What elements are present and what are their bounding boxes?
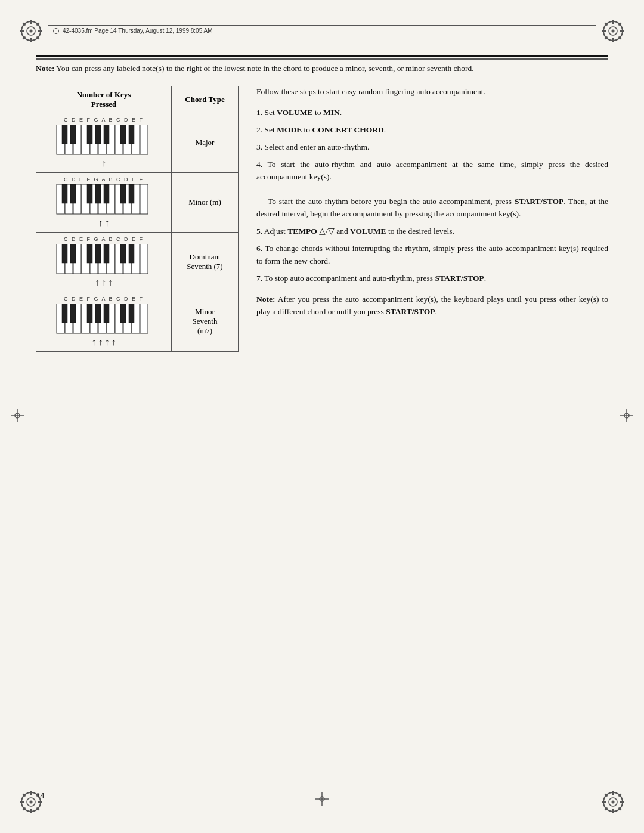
- right-column: Follow these steps to start easy random …: [256, 86, 608, 352]
- final-note-bold-prefix: Note:: [256, 295, 275, 304]
- svg-rect-119: [104, 304, 109, 323]
- svg-rect-64: [95, 125, 101, 144]
- svg-rect-100: [95, 244, 101, 263]
- content-area: Note: You can press any labeled note(s) …: [36, 63, 608, 773]
- svg-rect-118: [95, 304, 101, 323]
- piano-svg-1: [56, 125, 151, 156]
- piano-label-1: C D E F G A B C D E F: [64, 117, 144, 123]
- svg-rect-115: [62, 304, 67, 323]
- arrows-minor7: ↑ ↑ ↑ ↑: [92, 337, 116, 348]
- step1-bold1: VOLUME: [277, 108, 312, 117]
- svg-rect-116: [70, 304, 76, 323]
- bottom-center-crosshair: [315, 792, 329, 808]
- svg-rect-117: [87, 304, 92, 323]
- page-number: 14: [36, 791, 44, 800]
- svg-rect-85: [129, 184, 134, 203]
- bottom-rule: [36, 788, 608, 789]
- arrows-minor: ↑ ↑: [98, 218, 110, 228]
- arrows-dominant: ↑ ↑ ↑: [95, 277, 113, 288]
- step5-bold2: VOLUME: [350, 227, 386, 236]
- table-row: C D E F G A B C D E F: [36, 292, 239, 351]
- page: 42-4035.fm Page 14 Thursday, August 12, …: [0, 0, 644, 833]
- svg-rect-101: [104, 244, 109, 263]
- step1-bold2: MIN: [323, 108, 340, 117]
- piano-label-3: C D E F G A B C D E F: [64, 236, 144, 242]
- chord-type-minor: Minor (m): [172, 172, 239, 232]
- svg-rect-120: [120, 304, 126, 323]
- svg-rect-80: [70, 184, 76, 203]
- svg-rect-60: [140, 125, 148, 154]
- piano-svg-4: [56, 304, 151, 335]
- svg-rect-103: [129, 244, 134, 263]
- corner-top-left: [17, 17, 45, 45]
- keyboard-cell-minor7: C D E F G A B C D E F: [36, 292, 172, 351]
- chord-type-major: Major: [172, 113, 239, 172]
- final-note-bold-end: START/STOP: [386, 307, 435, 316]
- intro-text: Follow these steps to start easy random …: [256, 86, 608, 98]
- chord-type-minor7: MinorSeventh(m7): [172, 292, 239, 351]
- svg-rect-67: [129, 125, 134, 144]
- svg-point-35: [612, 801, 615, 804]
- step2-bold1: MODE: [277, 125, 302, 134]
- svg-point-24: [30, 801, 33, 804]
- piano-svg-2: [56, 184, 151, 215]
- svg-rect-78: [140, 184, 148, 214]
- table-row: C D E F G A B C D E F: [36, 172, 239, 232]
- step4-bold: START/STOP: [515, 197, 564, 206]
- svg-rect-121: [129, 304, 134, 323]
- note-bold: Note:: [36, 64, 54, 73]
- note-paragraph: Note: You can press any labeled note(s) …: [36, 63, 608, 75]
- svg-rect-96: [140, 244, 148, 274]
- meta-dot: [53, 28, 59, 34]
- step-4: 4. To start the auto-rhythm and auto acc…: [256, 159, 608, 221]
- svg-rect-114: [140, 304, 148, 333]
- svg-rect-63: [87, 125, 92, 144]
- step-7: 7. To stop auto accompaniment and auto-r…: [256, 272, 608, 285]
- step-5: 5. Adjust TEMPO △/▽ and VOLUME to the de…: [256, 225, 608, 238]
- step-6: 6. To change chords without interrupting…: [256, 243, 608, 268]
- chord-table: Number of KeysPressed Chord Type C D E F…: [36, 86, 239, 352]
- keyboard-cell-major: C D E F G A B C D E F: [36, 113, 172, 172]
- step7-bold: START/STOP: [435, 274, 484, 283]
- meta-text: 42-4035.fm Page 14 Thursday, August 12, …: [63, 27, 212, 34]
- piano-label-2: C D E F G A B C D E F: [64, 176, 144, 182]
- steps-list: 1. Set VOLUME to MIN. 2. Set MODE to CON…: [256, 107, 608, 285]
- meta-bar: 42-4035.fm Page 14 Thursday, August 12, …: [48, 25, 596, 36]
- svg-rect-102: [120, 244, 126, 263]
- svg-rect-79: [62, 184, 67, 203]
- step-1: 1. Set VOLUME to MIN.: [256, 107, 608, 119]
- svg-rect-84: [120, 184, 126, 203]
- step-2: 2. Set MODE to CONCERT CHORD.: [256, 124, 608, 137]
- chord-type-dominant: DominantSeventh (7): [172, 232, 239, 292]
- corner-bottom-right: [599, 788, 627, 816]
- svg-rect-99: [87, 244, 92, 263]
- step2-bold2: CONCERT CHORD: [312, 125, 383, 134]
- piano-label-4: C D E F G A B C D E F: [64, 296, 144, 302]
- left-column: Number of KeysPressed Chord Type C D E F…: [36, 86, 239, 352]
- svg-rect-82: [95, 184, 101, 203]
- side-crosshair-right: [620, 409, 633, 425]
- svg-rect-97: [62, 244, 67, 263]
- step5-bold1: TEMPO: [287, 227, 317, 236]
- svg-rect-83: [104, 184, 109, 203]
- corner-top-right: [599, 17, 627, 45]
- top-rule-area: [36, 55, 608, 60]
- keyboard-cell-dominant: C D E F G A B C D E F: [36, 232, 172, 292]
- table-row: C D E F G A B C D E F: [36, 232, 239, 292]
- piano-svg-3: [56, 244, 151, 275]
- svg-point-13: [612, 30, 615, 33]
- svg-rect-81: [87, 184, 92, 203]
- step-3: 3. Select and enter an auto-rhythm.: [256, 141, 608, 154]
- final-note: Note: After you press the auto accompani…: [256, 293, 608, 318]
- svg-rect-61: [62, 125, 67, 144]
- arrows-major: ↑: [101, 158, 106, 169]
- keyboard-cell-minor: C D E F G A B C D E F: [36, 172, 172, 232]
- svg-rect-66: [120, 125, 126, 144]
- note-text: You can press any labeled note(s) to the…: [56, 64, 473, 73]
- two-column-layout: Number of KeysPressed Chord Type C D E F…: [36, 86, 608, 352]
- side-crosshair-left: [11, 409, 24, 425]
- svg-rect-98: [70, 244, 76, 263]
- table-row: C D E F G A B C D E F: [36, 113, 239, 172]
- table-header-chord: Chord Type: [172, 86, 239, 113]
- table-header-keys: Number of KeysPressed: [36, 86, 172, 113]
